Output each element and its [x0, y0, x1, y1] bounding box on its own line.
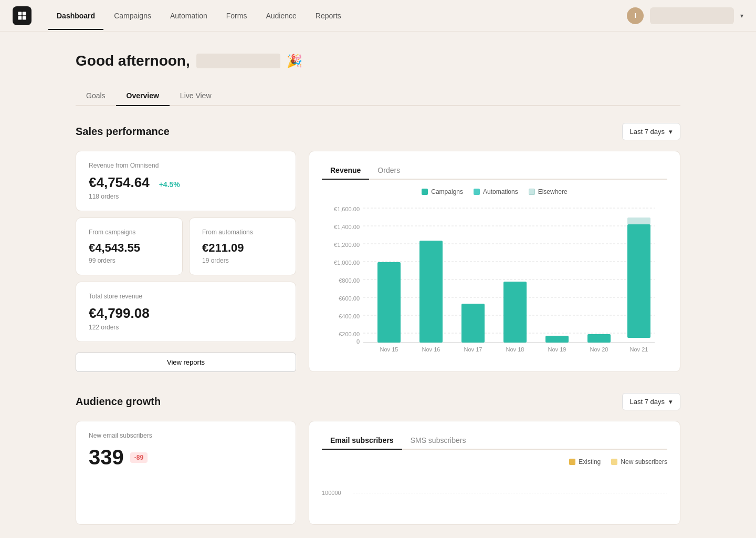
bar-nov18-campaigns	[503, 282, 527, 343]
svg-text:Nov 18: Nov 18	[506, 346, 524, 353]
sales-performance-section: Sales performance Last 7 days ▾ Revenue …	[76, 123, 680, 372]
bar-nov20-campaigns	[587, 334, 611, 343]
automations-legend-dot	[474, 189, 480, 195]
tab-goals[interactable]: Goals	[76, 86, 116, 106]
sales-date-dropdown[interactable]: Last 7 days ▾	[622, 123, 681, 140]
automations-sub: 19 orders	[202, 257, 283, 264]
existing-legend-dot	[569, 459, 575, 465]
bar-nov21-elsewhere	[627, 218, 650, 224]
elsewhere-legend-label: Elsewhere	[538, 188, 568, 195]
svg-text:Nov 20: Nov 20	[590, 346, 608, 353]
campaigns-value: €4,543.55	[89, 241, 170, 255]
legend-campaigns: Campaigns	[422, 188, 463, 195]
nav-campaigns[interactable]: Campaigns	[106, 7, 160, 24]
greeting-text: Good afternoon,	[76, 53, 190, 69]
sales-grid: Revenue from Omnisend €4,754.64 +4.5% 11…	[76, 151, 680, 372]
bar-nov15-campaigns	[377, 262, 401, 343]
existing-legend-label: Existing	[579, 458, 601, 465]
bar-nov21-campaigns	[627, 224, 650, 338]
aud-y-top-label: 100000	[322, 490, 353, 496]
automations-label: From automations	[202, 229, 283, 236]
revenue-omnisend-value: €4,754.64	[89, 174, 150, 191]
subscriber-label: New email subscribers	[89, 432, 283, 439]
svg-text:€600.00: €600.00	[339, 295, 360, 302]
campaigns-legend-label: Campaigns	[431, 188, 463, 195]
logo[interactable]	[13, 6, 32, 25]
navbar-right: I ▾	[627, 7, 743, 24]
audience-chart-panel: Email subscribers SMS subscribers Existi…	[309, 421, 680, 525]
user-menu-button[interactable]	[650, 7, 734, 24]
elsewhere-legend-dot	[529, 189, 535, 195]
audience-section-header: Audience growth Last 7 days ▾	[76, 393, 680, 410]
audience-date-dropdown[interactable]: Last 7 days ▾	[622, 393, 681, 410]
nav-automation[interactable]: Automation	[162, 7, 216, 24]
legend-elsewhere: Elsewhere	[529, 188, 568, 195]
main-content: Good afternoon, 🎉 Goals Overview Live Vi…	[63, 32, 693, 538]
aud-tab-sms[interactable]: SMS subscribers	[402, 432, 475, 450]
legend-new-subscribers: New subscribers	[611, 458, 667, 465]
greeting: Good afternoon, 🎉	[76, 53, 680, 69]
legend-automations: Automations	[474, 188, 518, 195]
page-tabs: Goals Overview Live View	[76, 86, 680, 106]
total-store-revenue-card: Total store revenue €4,799.08 122 orders	[76, 282, 296, 342]
total-revenue-label: Total store revenue	[89, 293, 283, 300]
greeting-name-redacted	[196, 54, 280, 68]
svg-rect-2	[18, 16, 22, 19]
subscriber-badge: -89	[130, 452, 148, 463]
svg-text:€1,400.00: €1,400.00	[334, 224, 360, 230]
sales-title: Sales performance	[76, 126, 170, 138]
revenue-omnisend-label: Revenue from Omnisend	[89, 162, 283, 169]
chart-legend: Campaigns Automations Elsewhere	[322, 188, 667, 195]
nav-dashboard[interactable]: Dashboard	[48, 7, 103, 24]
sales-date-label: Last 7 days	[630, 128, 665, 136]
nav-forms[interactable]: Forms	[218, 7, 256, 24]
svg-rect-1	[23, 12, 26, 15]
revenue-chart-panel: Revenue Orders Campaigns Automations Els…	[309, 151, 680, 372]
svg-text:Nov 15: Nov 15	[380, 346, 398, 353]
audience-title: Audience growth	[76, 396, 161, 408]
svg-rect-0	[18, 12, 22, 15]
chevron-down-icon[interactable]: ▾	[740, 12, 743, 19]
svg-text:€400.00: €400.00	[339, 313, 360, 319]
audience-chart-area: 100000	[322, 472, 667, 514]
nav-reports[interactable]: Reports	[307, 7, 350, 24]
svg-text:€1,200.00: €1,200.00	[334, 242, 360, 248]
automations-value: €211.09	[202, 241, 283, 255]
subscriber-card: New email subscribers 339 -89	[76, 421, 296, 525]
new-subs-legend-label: New subscribers	[621, 458, 667, 465]
audience-chart-tabs: Email subscribers SMS subscribers	[322, 432, 667, 450]
from-campaigns-card: From campaigns €4,543.55 99 orders	[76, 218, 183, 275]
sales-section-header: Sales performance Last 7 days ▾	[76, 123, 680, 140]
navbar: Dashboard Campaigns Automation Forms Aud…	[0, 0, 756, 32]
campaigns-label: From campaigns	[89, 229, 170, 236]
tab-live-view[interactable]: Live View	[170, 86, 222, 106]
avatar[interactable]: I	[627, 7, 644, 24]
svg-rect-3	[23, 16, 26, 19]
audience-date-label: Last 7 days	[630, 398, 665, 406]
svg-text:€1,000.00: €1,000.00	[334, 260, 360, 266]
chart-tab-orders[interactable]: Orders	[369, 162, 408, 180]
revenue-omnisend-sub: 118 orders	[89, 193, 283, 200]
subscriber-count: 339	[89, 446, 124, 469]
revenue-omnisend-card: Revenue from Omnisend €4,754.64 +4.5% 11…	[76, 151, 296, 211]
campaigns-sub: 99 orders	[89, 257, 170, 264]
subscriber-count-row: 339 -89	[89, 446, 283, 469]
dropdown-chevron-icon: ▾	[669, 128, 673, 136]
svg-text:Nov 16: Nov 16	[422, 346, 440, 353]
campaigns-automations-row: From campaigns €4,543.55 99 orders From …	[76, 218, 296, 275]
bar-nov17-campaigns	[461, 304, 485, 343]
svg-text:€1,600.00: €1,600.00	[334, 206, 360, 212]
legend-existing: Existing	[569, 458, 601, 465]
view-reports-button[interactable]: View reports	[76, 353, 296, 372]
audience-legend: Existing New subscribers	[322, 458, 667, 465]
chart-tab-revenue[interactable]: Revenue	[322, 162, 369, 180]
revenue-svg: €1,600.00 €1,400.00 €1,200.00 €1,000.00 …	[322, 202, 667, 359]
bar-nov16-campaigns	[419, 241, 443, 343]
audience-grid: New email subscribers 339 -89 Email subs…	[76, 421, 680, 525]
nav-audience[interactable]: Audience	[257, 7, 304, 24]
aud-tab-email[interactable]: Email subscribers	[322, 432, 402, 450]
svg-text:€200.00: €200.00	[339, 331, 360, 337]
tab-overview[interactable]: Overview	[116, 86, 170, 106]
new-subs-legend-dot	[611, 459, 617, 465]
campaigns-legend-dot	[422, 189, 428, 195]
